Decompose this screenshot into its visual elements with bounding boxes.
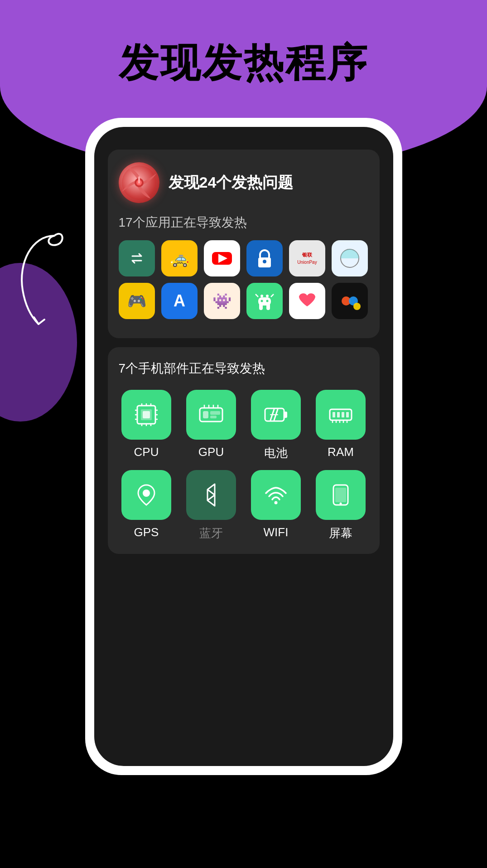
component-battery[interactable]: 电池 [248,390,304,461]
ram-icon [316,390,366,440]
svg-point-27 [266,295,269,297]
svg-rect-4 [128,249,146,267]
svg-point-31 [266,300,268,302]
svg-point-75 [143,490,150,497]
battery-label: 电池 [264,445,288,461]
battery-icon [251,390,301,440]
components-title: 7个手机部件正在导致发热 [119,360,369,377]
svg-text:🚕: 🚕 [170,249,189,268]
svg-rect-59 [210,416,217,418]
component-wifi[interactable]: WIFI [248,470,304,541]
svg-point-26 [260,295,263,297]
arrow-decoration [14,227,68,340]
component-bluetooth[interactable]: 蓝牙 [183,470,239,541]
svg-point-30 [260,300,263,302]
app-icons-row-2: 🎮 A 👾 [119,283,369,319]
svg-point-76 [275,501,278,504]
svg-rect-13 [294,246,320,271]
app-icons-row-1: 🚕 银联UnionPay [119,240,369,276]
heat-subtitle: 17个应用正在导致发热 [119,214,369,231]
components-grid: CPU GPU 电池 [119,390,369,541]
svg-rect-78 [335,488,346,502]
svg-rect-68 [342,412,344,417]
heat-title-text: 发现24个发热问题 [169,172,294,193]
svg-point-79 [340,503,342,505]
svg-point-12 [263,260,266,263]
phone-mockup: 发现24个发热问题 17个应用正在导致发热 🚕 [85,118,402,775]
wifi-icon [251,470,301,520]
app-icon-circle [332,240,368,276]
app-icon-pacman: 👾 [204,283,240,319]
svg-rect-57 [203,411,208,418]
screen-label: 屏幕 [329,525,352,541]
component-screen[interactable]: 屏幕 [313,470,369,541]
screen-content: 发现24个发热问题 17个应用正在导致发热 🚕 [94,127,393,766]
app-icon-unionpay: 银联UnionPay [289,240,325,276]
app-icon-health [289,283,325,319]
svg-text:👾: 👾 [212,292,232,310]
gps-icon [121,470,171,520]
svg-rect-61 [284,412,287,418]
screen-icon [316,470,366,520]
app-icon-gamepad: 🎮 [119,283,155,319]
svg-rect-67 [337,412,340,417]
app-icon-translate: A [161,283,198,319]
svg-text:🎮: 🎮 [127,292,147,310]
cpu-icon [121,390,171,440]
gps-label: GPS [134,525,159,539]
fan-icon [121,165,157,201]
app-icon-transfer [119,240,155,276]
svg-rect-69 [346,412,349,417]
svg-text:UnionPay: UnionPay [297,260,317,265]
heat-card: 发现24个发热问题 17个应用正在导致发热 🚕 [108,150,380,338]
cpu-label: CPU [134,445,159,459]
ram-label: RAM [328,445,354,459]
gpu-icon [186,390,236,440]
app-icon-taxi: 🚕 [161,240,198,276]
app-icon-secure [246,240,283,276]
component-cpu[interactable]: CPU [119,390,174,461]
svg-text:银联: 银联 [302,252,313,257]
phone-notch [207,127,280,143]
main-title: 发现发热程序 [0,36,487,90]
app-icon-youtube [204,240,240,276]
bluetooth-icon [186,470,236,520]
gpu-label: GPU [198,445,224,459]
phone-screen: 发现24个发热问题 17个应用正在导致发热 🚕 [94,127,393,766]
components-section: 7个手机部件正在导致发热 CPU [108,347,380,554]
svg-rect-51 [143,411,150,418]
bluetooth-label: 蓝牙 [199,525,223,541]
svg-text:A: A [174,291,185,310]
heat-header: 发现24个发热问题 [119,162,369,203]
component-ram[interactable]: RAM [313,390,369,461]
svg-rect-3 [138,176,140,184]
wifi-label: WIFI [264,525,289,539]
svg-rect-66 [333,412,335,417]
component-gps[interactable]: GPS [119,470,174,541]
app-icon-quick [332,283,368,319]
svg-rect-58 [210,411,220,415]
component-gpu[interactable]: GPU [183,390,239,461]
app-icon-android [246,283,283,319]
svg-point-36 [353,303,361,310]
svg-rect-25 [258,297,271,305]
fan-icon-circle [119,162,159,203]
